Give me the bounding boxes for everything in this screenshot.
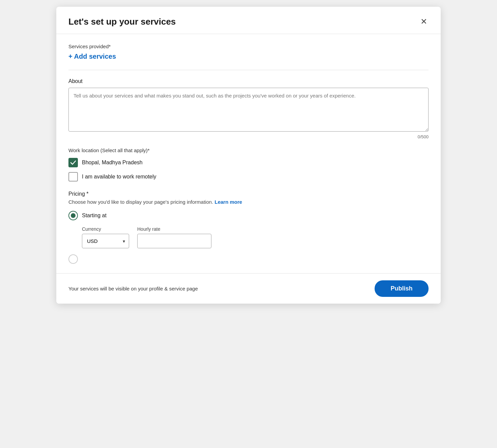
hourly-rate-label: Hourly rate xyxy=(137,226,211,232)
modal-title: Let's set up your services xyxy=(68,17,176,27)
char-count: 0/500 xyxy=(68,134,429,139)
hourly-rate-field-group: Hourly rate xyxy=(137,226,211,248)
radio-starting-at[interactable] xyxy=(68,211,78,220)
publish-button[interactable]: Publish xyxy=(375,280,429,297)
pricing-option-starting-at: Starting at xyxy=(68,211,429,220)
close-icon: ✕ xyxy=(420,18,427,26)
work-location-text-2: I am available to work remotely xyxy=(82,174,156,180)
about-section: About 0/500 xyxy=(68,78,429,139)
pricing-description: Choose how you'd like to display your pa… xyxy=(68,199,429,205)
add-services-button[interactable]: + Add services xyxy=(68,53,116,60)
pricing-section: Pricing * Choose how you'd like to displ… xyxy=(68,191,429,264)
checkbox-bhopal[interactable] xyxy=(68,158,78,167)
learn-more-link[interactable]: Learn more xyxy=(214,199,242,205)
footer-text: Your services will be visible on your pr… xyxy=(68,286,198,291)
modal-footer: Your services will be visible on your pr… xyxy=(56,273,441,304)
radio-option-2[interactable] xyxy=(68,254,78,264)
work-location-option-1: Bhopal, Madhya Pradesh xyxy=(68,158,429,167)
currency-field-group: Currency USD EUR GBP INR CAD AUD xyxy=(82,226,129,248)
pricing-option-2 xyxy=(68,254,429,264)
divider-1 xyxy=(68,70,429,70)
pricing-description-text: Choose how you'd like to display your pa… xyxy=(68,199,213,205)
pricing-label: Pricing * xyxy=(68,191,429,197)
pricing-starting-at-label: Starting at xyxy=(82,213,107,219)
work-location-label: Work location (Select all that apply)* xyxy=(68,147,429,153)
work-location-option-2: I am available to work remotely xyxy=(68,172,429,181)
work-location-text-1: Bhopal, Madhya Pradesh xyxy=(82,160,143,166)
radio-selected-dot xyxy=(71,213,76,218)
pricing-fields: Currency USD EUR GBP INR CAD AUD Hourly xyxy=(82,226,429,248)
currency-select[interactable]: USD EUR GBP INR CAD AUD xyxy=(82,234,129,248)
currency-wrapper: USD EUR GBP INR CAD AUD xyxy=(82,234,129,248)
services-provided-label: Services provided* xyxy=(68,44,429,49)
services-provided-section: Services provided* + Add services xyxy=(68,44,429,60)
work-location-section: Work location (Select all that apply)* B… xyxy=(68,147,429,181)
close-button[interactable]: ✕ xyxy=(419,16,429,27)
currency-label: Currency xyxy=(82,226,129,232)
about-label: About xyxy=(68,78,429,84)
modal-body: Services provided* + Add services About … xyxy=(56,34,441,304)
setup-services-modal: Let's set up your services ✕ Services pr… xyxy=(56,7,441,304)
hourly-rate-input[interactable] xyxy=(137,234,211,248)
about-textarea[interactable] xyxy=(68,88,429,132)
checkmark-icon xyxy=(70,160,76,166)
modal-header: Let's set up your services ✕ xyxy=(56,7,441,34)
checkbox-remote[interactable] xyxy=(68,172,78,181)
